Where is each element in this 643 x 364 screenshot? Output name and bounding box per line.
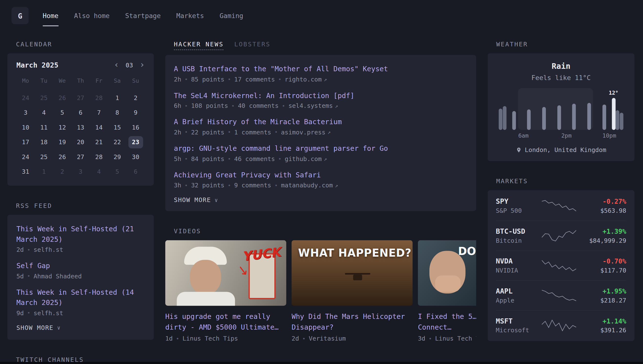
weather-bar-chart: 12° [496, 88, 625, 130]
video-thumbnail[interactable]: DO [418, 240, 476, 306]
hn-story-link[interactable]: argp: GNU-style command line argument pa… [174, 144, 467, 154]
nav-tab[interactable]: Gaming [219, 0, 243, 31]
weather-axis-label: 6am [518, 132, 528, 139]
nav-tab-label: Startpage [125, 12, 161, 20]
market-row[interactable]: SPY S&P 500 -0.27% $563.98 [496, 191, 626, 221]
market-row[interactable]: BTC-USD Bitcoin +1.39% $84,999.29 [496, 221, 626, 251]
calendar-day: 19 [55, 136, 70, 148]
hn-story-domain-link[interactable]: asimov.press ↗ [281, 128, 331, 136]
weather-widget: Rain Feels like 11°C [488, 53, 634, 161]
hn-story-domain-link[interactable]: github.com ↗ [285, 155, 327, 162]
rss-item-link[interactable]: This Week in Self-Hosted (14 March 2025) [16, 287, 145, 308]
hn-story-domain-link[interactable]: righto.com ↗ [285, 76, 327, 83]
video-title-link[interactable]: I Fixed the 5… Power Connect… [418, 312, 476, 332]
calendar-day: 29 [110, 151, 125, 163]
nav-tab[interactable]: Startpage [125, 0, 161, 31]
calendar-day: 4 [92, 166, 106, 178]
weather-hour-bar [619, 88, 623, 130]
calendar-next-icon[interactable]: › [140, 61, 145, 69]
hn-story-link[interactable]: A Brief History of the Miracle Bacterium [174, 117, 467, 127]
market-sparkline-wrap [540, 228, 578, 242]
nav-tab[interactable]: Markets [176, 0, 204, 31]
calendar-day: 22 [110, 136, 125, 148]
market-change: -0.70% [578, 257, 626, 265]
bullet-separator: • [302, 336, 305, 342]
bullet-separator: • [185, 76, 188, 82]
bullet-separator: • [278, 76, 281, 82]
video-card[interactable]: YUCK ↘ His upgrade got me really dirty -… [165, 240, 286, 342]
rss-item-meta: 2d • selfh.st [16, 246, 145, 253]
nav-tabs: Home Also home Startpage Markets Gaming [43, 0, 243, 31]
bullet-separator: • [27, 273, 30, 279]
rss-item-meta: 5d • Ahmad Shadeed [16, 272, 145, 280]
weather-condition: Rain [552, 62, 570, 70]
video-title-link[interactable]: His upgrade got me really dirty - AMD $5… [165, 312, 286, 332]
hn-story-domain-link[interactable]: matanabudy.com ↗ [281, 182, 338, 189]
weather-bar [602, 104, 606, 130]
markets-section-title: MARKETS [496, 177, 634, 185]
bullet-separator: • [282, 103, 285, 109]
news-tab[interactable]: LOBSTERS [234, 40, 270, 50]
video-age: 3d [418, 335, 425, 342]
weather-axis: 6am2pm10pm [496, 132, 625, 141]
video-meta: 2d • Veritasium [291, 335, 413, 342]
calendar-day: 24 [18, 151, 33, 163]
market-symbol: NVDA [496, 257, 540, 265]
market-row[interactable]: MSFT Microsoft +1.14% $391.26 [496, 310, 626, 340]
market-row[interactable]: AAPL Apple +1.95% $218.27 [496, 281, 626, 311]
calendar-day: 18 [37, 136, 51, 148]
calendar-day: 5 [110, 166, 125, 178]
market-quote: -0.27% $563.98 [578, 197, 626, 214]
news-tabs: HACKER NEWSLOBSTERS [174, 40, 476, 50]
video-meta: 3d • Linus Tech Tips [418, 335, 476, 342]
bottom-edge [0, 362, 643, 364]
video-thumbnail[interactable]: YUCK ↘ [165, 240, 286, 306]
rss-show-more-button[interactable]: SHOW MORE ∨ [16, 324, 145, 331]
calendar-nav: ‹ 03 › [114, 61, 145, 69]
hn-story-age: 2h [174, 128, 181, 136]
market-id: SPY S&P 500 [496, 197, 540, 214]
video-card[interactable]: DO I Fixed the 5… Power Connect… 3d • Li… [418, 240, 476, 342]
rss-item-link[interactable]: This Week in Self-Hosted (21 March 2025) [16, 224, 145, 245]
news-tab[interactable]: HACKER NEWS [174, 40, 224, 50]
middle-column: HACKER NEWSLOBSTERS A USB Interface to t… [165, 40, 476, 364]
show-more-label: SHOW MORE [16, 324, 54, 331]
market-change: +1.14% [578, 317, 626, 325]
video-title-link[interactable]: Why Did The Mars Helicopter Disappear? [291, 312, 413, 332]
videos-carousel: YUCK ↘ His upgrade got me really dirty -… [165, 240, 476, 342]
weather-bar [572, 104, 576, 130]
calendar-day: 10 [18, 121, 33, 134]
hn-story-domain-link[interactable]: sel4.systems ↗ [288, 102, 338, 110]
market-row[interactable]: NVDA NVIDIA -0.70% $117.70 [496, 251, 626, 281]
hn-story-link[interactable]: Achieving Great Privacy with Safari [174, 170, 467, 180]
video-meta: 1d • Linus Tech Tips [165, 335, 286, 342]
video-channel: Linus Tech Tips [182, 335, 238, 342]
hn-story-link[interactable]: A USB Interface to the "Mother of All De… [174, 64, 467, 74]
market-change: -0.27% [578, 197, 626, 205]
weather-bar [542, 107, 546, 130]
market-quote: +1.14% $391.26 [578, 317, 626, 334]
weather-hour-bar [499, 88, 502, 130]
hn-story: A Brief History of the Miracle Bacterium… [174, 117, 467, 136]
hn-story-link[interactable]: The SeL4 Microkernel: An Introduction [p… [174, 90, 467, 100]
bullet-separator: • [228, 129, 231, 136]
nav-tab[interactable]: Also home [74, 0, 110, 31]
rss-item-link[interactable]: Self Gap [16, 260, 145, 271]
videos-section-title: VIDEOS [174, 228, 476, 235]
app-logo[interactable]: G [12, 7, 29, 24]
video-card[interactable]: WHAT HAPPENED? Why Did The Mars Helicopt… [291, 240, 413, 342]
nav-tab[interactable]: Home [43, 0, 59, 31]
video-thumbnail[interactable]: WHAT HAPPENED? [291, 240, 413, 306]
hn-story-comments: 9 comments [234, 182, 271, 189]
calendar-day: 1 [37, 166, 51, 178]
bullet-separator: • [176, 336, 179, 342]
bullet-separator: • [429, 336, 432, 342]
calendar-prev-icon[interactable]: ‹ [114, 61, 119, 69]
hn-story: A USB Interface to the "Mother of All De… [174, 64, 467, 83]
market-symbol: SPY [496, 197, 540, 206]
market-change: +1.95% [578, 287, 626, 295]
hn-show-more-button[interactable]: SHOW MORE ∨ [174, 196, 467, 204]
calendar-day: 15 [110, 121, 125, 134]
market-name: Microsoft [496, 327, 540, 334]
calendar-day: 24 [18, 92, 33, 104]
